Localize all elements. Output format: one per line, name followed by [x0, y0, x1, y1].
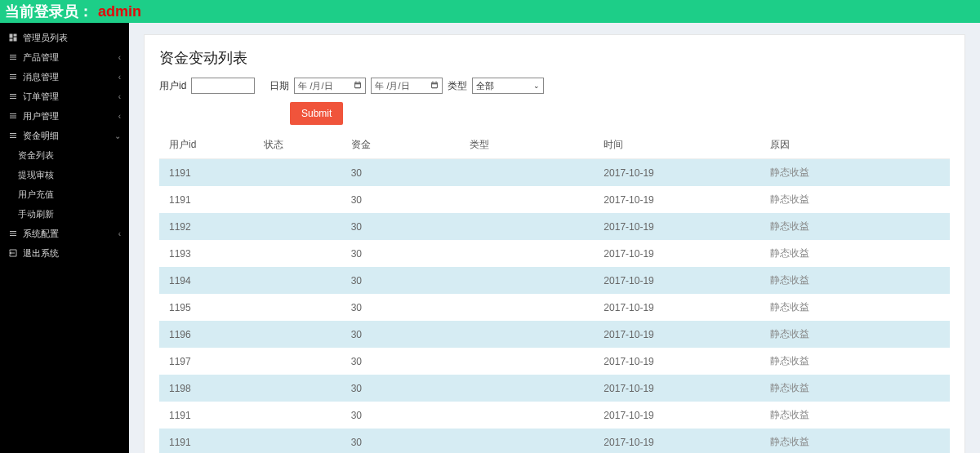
cell-type — [460, 267, 595, 294]
date-to-input[interactable]: 年 /月/日 — [371, 78, 443, 94]
sidebar-item[interactable]: 订单管理‹ — [0, 87, 129, 106]
cell-amount: 30 — [341, 375, 460, 402]
cell-reason: 静态收益 — [760, 240, 950, 267]
list-icon — [8, 111, 18, 121]
page-title: 资金变动列表 — [159, 48, 950, 68]
th-uid: 用户id — [159, 131, 254, 159]
chevron-icon: ‹ — [118, 53, 121, 62]
cell-type — [460, 321, 595, 348]
chevron-icon: ‹ — [118, 73, 121, 82]
cell-uid: 1191 — [159, 159, 254, 187]
table-row: 1192302017-10-19静态收益 — [159, 213, 950, 240]
cell-uid: 1192 — [159, 213, 254, 240]
cell-status — [254, 186, 341, 213]
cell-time: 2017-10-19 — [594, 240, 760, 267]
cell-amount: 30 — [341, 429, 460, 453]
date-from-placeholder: 年 /月/日 — [298, 80, 332, 92]
sidebar-subitem[interactable]: 资金列表 — [0, 145, 129, 165]
cell-reason: 静态收益 — [760, 348, 950, 375]
cell-time: 2017-10-19 — [594, 159, 760, 187]
cell-amount: 30 — [341, 267, 460, 294]
top-header: 当前登录员： admin — [0, 0, 980, 23]
chevron-down-icon: ⌄ — [533, 82, 540, 90]
date-label: 日期 — [270, 79, 289, 93]
cell-amount: 30 — [341, 240, 460, 267]
cell-status — [254, 429, 341, 453]
sidebar-item[interactable]: 消息管理‹ — [0, 67, 129, 87]
date-to-placeholder: 年 /月/日 — [375, 80, 409, 92]
sidebar-item[interactable]: 产品管理‹ — [0, 47, 129, 67]
login-prefix: 当前登录员： — [5, 2, 93, 21]
th-amount: 资金 — [341, 131, 460, 159]
cell-amount: 30 — [341, 321, 460, 348]
cell-type — [460, 294, 595, 321]
chevron-icon: ‹ — [118, 112, 121, 121]
cell-uid: 1198 — [159, 375, 254, 402]
type-select[interactable]: 全部 ⌄ — [472, 78, 544, 94]
cell-type — [460, 402, 595, 429]
cell-status — [254, 159, 341, 187]
cell-uid: 1197 — [159, 348, 254, 375]
cell-status — [254, 240, 341, 267]
cell-status — [254, 402, 341, 429]
cell-reason: 静态收益 — [760, 267, 950, 294]
type-label: 类型 — [448, 79, 467, 93]
main-content: 资金变动列表 用户id 日期 年 /月/日 年 /月/日 — [129, 23, 980, 453]
cell-type — [460, 348, 595, 375]
cell-uid: 1193 — [159, 240, 254, 267]
cell-status — [254, 375, 341, 402]
table-row: 1191302017-10-19静态收益 — [159, 186, 950, 213]
sidebar-item[interactable]: 退出系统 — [0, 243, 129, 263]
sidebar-subitem[interactable]: 提现审核 — [0, 165, 129, 184]
table-row: 1191302017-10-19静态收益 — [159, 402, 950, 429]
cell-uid: 1191 — [159, 186, 254, 213]
list-icon — [8, 91, 18, 101]
list-icon — [8, 131, 18, 140]
table-row: 1194302017-10-19静态收益 — [159, 267, 950, 294]
sidebar-item-label: 资金明细 — [23, 130, 114, 142]
chevron-icon: ⌄ — [114, 131, 121, 140]
table-row: 1198302017-10-19静态收益 — [159, 375, 950, 402]
cell-reason: 静态收益 — [760, 429, 950, 453]
cell-time: 2017-10-19 — [594, 294, 760, 321]
date-from-input[interactable]: 年 /月/日 — [294, 78, 366, 94]
dashboard-icon — [8, 33, 18, 42]
cell-status — [254, 348, 341, 375]
cell-uid: 1196 — [159, 321, 254, 348]
cell-type — [460, 159, 595, 187]
cell-time: 2017-10-19 — [594, 402, 760, 429]
cell-reason: 静态收益 — [760, 159, 950, 187]
user-id-input[interactable] — [191, 78, 255, 94]
cell-uid: 1195 — [159, 294, 254, 321]
list-icon — [8, 229, 18, 238]
table-header-row: 用户id 状态 资金 类型 时间 原因 — [159, 131, 950, 159]
cell-reason: 静态收益 — [760, 294, 950, 321]
list-icon — [8, 52, 18, 62]
cell-time: 2017-10-19 — [594, 321, 760, 348]
table-row: 1196302017-10-19静态收益 — [159, 321, 950, 348]
th-time: 时间 — [594, 131, 760, 159]
cell-reason: 静态收益 — [760, 321, 950, 348]
sidebar-subitem[interactable]: 手动刷新 — [0, 204, 129, 224]
list-icon — [8, 72, 18, 82]
sidebar-item[interactable]: 系统配置‹ — [0, 224, 129, 243]
login-user: admin — [98, 3, 141, 20]
cell-type — [460, 240, 595, 267]
cell-reason: 静态收益 — [760, 186, 950, 213]
table-row: 1191302017-10-19静态收益 — [159, 429, 950, 453]
calendar-icon — [430, 81, 439, 91]
cell-uid: 1191 — [159, 429, 254, 453]
cell-amount: 30 — [341, 159, 460, 187]
sidebar-item[interactable]: 用户管理‹ — [0, 106, 129, 126]
sidebar-item-label: 订单管理 — [23, 91, 118, 103]
cell-type — [460, 213, 595, 240]
sidebar: 管理员列表产品管理‹消息管理‹订单管理‹用户管理‹资金明细⌄资金列表提现审核用户… — [0, 23, 129, 453]
cell-type — [460, 375, 595, 402]
submit-button[interactable]: Submit — [290, 102, 343, 125]
cell-reason: 静态收益 — [760, 375, 950, 402]
sidebar-item[interactable]: 管理员列表 — [0, 28, 129, 47]
cell-time: 2017-10-19 — [594, 348, 760, 375]
sidebar-item[interactable]: 资金明细⌄ — [0, 126, 129, 145]
sidebar-subitem[interactable]: 用户充值 — [0, 184, 129, 204]
calendar-icon — [354, 81, 362, 91]
